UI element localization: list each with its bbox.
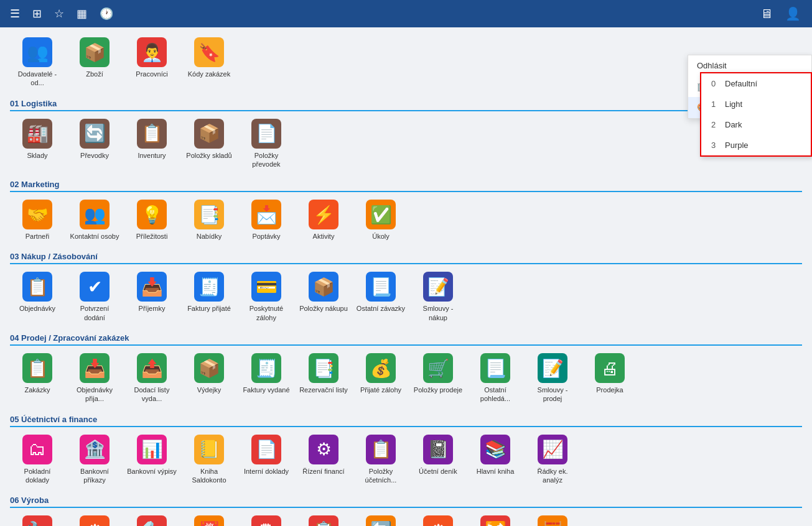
tile-logistika-3[interactable]: 📦Položky skladů xyxy=(182,115,236,173)
tile-prodej-7[interactable]: 🛒Položky prodeje xyxy=(411,349,465,407)
table-icon[interactable]: ▦ xyxy=(73,4,91,23)
user-icon[interactable]: 👤 xyxy=(780,4,806,24)
tile-prodej-10[interactable]: 🖨Prodejka xyxy=(582,349,637,407)
tile-logistika-4[interactable]: 📄Položky převodek xyxy=(239,115,294,173)
tile-label-logistika-4: Položky převodek xyxy=(241,151,291,169)
tile-logistika-1[interactable]: 🔄Převodky xyxy=(67,115,122,173)
tile-vyroba-2[interactable]: 🔩Zdroje xyxy=(124,512,179,526)
tile-marketing-6[interactable]: ✅Úkoly xyxy=(353,196,408,244)
tile-marketing-3[interactable]: 📑Nabídky xyxy=(182,196,236,244)
tile-ucetnictvi-7[interactable]: 📓Účetní deník xyxy=(411,431,465,489)
styles-submenu: 0 Defaultní 1 Light 2 Dark 3 Purple xyxy=(700,72,812,157)
tile-vyroba-3[interactable]: 📅Kalendáře xyxy=(182,512,236,526)
topbar-nav-icons: ☰ ⊞ ☆ ▦ 🕐 xyxy=(6,4,117,23)
tile-icon-ucetnictvi-6: 📋 xyxy=(366,435,396,464)
tile-label-logistika-3: Položky skladů xyxy=(186,151,231,160)
tile-top-2[interactable]: 👨‍💼Pracovníci xyxy=(124,34,179,91)
tile-prodej-1[interactable]: 📥Objednávky přija... xyxy=(67,349,122,407)
tile-vyroba-7[interactable]: ⚙Výroba po druzích xyxy=(411,512,465,526)
style-purple[interactable]: 3 Purple xyxy=(701,135,811,155)
tiles-row-prodej: 📋Zakázky📥Objednávky přija...📤Dodací list… xyxy=(10,349,802,407)
tile-prodej-5[interactable]: 📑Rezervační listy xyxy=(296,349,351,407)
tile-icon-prodej-7: 🛒 xyxy=(423,353,453,383)
tile-vyroba-9[interactable]: 🧮Kalkulace xyxy=(525,512,580,526)
tile-label-marketing-0: Partneři xyxy=(26,232,50,241)
tile-prodej-4[interactable]: 🧾Faktury vydané xyxy=(239,349,294,407)
tile-ucetnictvi-0[interactable]: 🗂Pokladní doklady xyxy=(10,431,65,489)
tile-nakup-0[interactable]: 📋Objednávky xyxy=(10,268,65,326)
tile-vyroba-0[interactable]: 🔧Variantní TP xyxy=(10,512,65,526)
tile-prodej-3[interactable]: 📦Výdejky xyxy=(182,349,236,407)
tile-prodej-9[interactable]: 📝Smlouvy - prodej xyxy=(525,349,580,407)
tile-top-0[interactable]: 👥Dodavatelé - od... xyxy=(10,34,65,91)
tile-ucetnictvi-2[interactable]: 📊Bankovní výpisy xyxy=(124,431,179,489)
tile-icon-prodej-4: 🧾 xyxy=(251,353,281,383)
tile-top-3[interactable]: 🔖Kódy zakázek xyxy=(182,34,236,91)
style-default[interactable]: 0 Defaultní xyxy=(701,73,811,94)
tile-label-nakup-6: Ostatní závazky xyxy=(357,304,405,313)
tile-marketing-5[interactable]: ⚡Aktivity xyxy=(296,196,351,244)
tile-label-nakup-1: Potvrzení dodání xyxy=(70,304,119,322)
tile-nakup-5[interactable]: 📦Položky nákupu xyxy=(296,268,351,326)
grid-icon[interactable]: ⊞ xyxy=(29,4,45,23)
clock-icon[interactable]: 🕐 xyxy=(96,4,117,23)
tile-vyroba-5[interactable]: 📋Výrobní příkazy xyxy=(296,512,351,526)
tile-marketing-4[interactable]: 📩Poptávky xyxy=(239,196,294,244)
tile-icon-ucetnictvi-5: ⚙ xyxy=(309,435,338,464)
tile-marketing-1[interactable]: 👥Kontaktní osoby xyxy=(67,196,122,244)
tile-ucetnictvi-8[interactable]: 📚Hlavní kniha xyxy=(468,431,523,489)
tile-icon-vyroba-9: 🧮 xyxy=(538,515,567,526)
section-title-ucetnictvi: 05 Účetnictví a finance xyxy=(10,412,802,427)
tile-nakup-3[interactable]: 🧾Faktury přijaté xyxy=(182,268,236,326)
tile-icon-prodej-2: 📤 xyxy=(137,353,167,383)
tile-vyroba-6[interactable]: 🔄Položky výroby xyxy=(353,512,408,526)
tile-vyroba-1[interactable]: ⚙Operace xyxy=(67,512,122,526)
tile-label-marketing-6: Úkoly xyxy=(372,232,390,241)
tile-vyroba-4[interactable]: 🗒Průvodky xyxy=(239,512,294,526)
tile-top-1[interactable]: 📦Zboží xyxy=(67,34,122,91)
tile-icon-nakup-7: 📝 xyxy=(423,272,453,302)
style-dark[interactable]: 2 Dark xyxy=(701,114,811,135)
tile-logistika-0[interactable]: 🏭Sklady xyxy=(10,115,65,173)
tile-icon-vyroba-3: 📅 xyxy=(194,515,224,526)
tile-prodej-0[interactable]: 📋Zakázky xyxy=(10,349,65,407)
monitor-icon[interactable]: 🖥 xyxy=(755,4,778,24)
tile-icon-logistika-4: 📄 xyxy=(251,119,281,149)
tiles-row-ucetnictvi: 🗂Pokladní doklady🏦Bankovní příkazy📊Banko… xyxy=(10,431,802,489)
tile-ucetnictvi-5[interactable]: ⚙Řízení financí xyxy=(296,431,351,489)
tile-label-ucetnictvi-5: Řízení financí xyxy=(302,467,344,476)
tile-icon-logistika-2: 📋 xyxy=(137,119,167,149)
tile-label-prodej-7: Položky prodeje xyxy=(414,385,462,394)
tile-ucetnictvi-6[interactable]: 📋Položky účetních... xyxy=(353,431,408,489)
tile-label-prodej-1: Objednávky přija... xyxy=(70,385,119,404)
tile-icon-vyroba-2: 🔩 xyxy=(137,515,167,526)
tile-nakup-1[interactable]: ✔Potvrzení dodání xyxy=(67,268,122,326)
tile-logistika-2[interactable]: 📋Inventury xyxy=(124,115,179,173)
tile-nakup-2[interactable]: 📥Příjemky xyxy=(124,268,179,326)
tile-ucetnictvi-4[interactable]: 📄Interní doklady xyxy=(239,431,294,489)
tile-ucetnictvi-3[interactable]: 📒Kniha Saldokonto xyxy=(182,431,236,489)
tile-label-prodej-4: Faktury vydané xyxy=(243,385,289,394)
tile-ucetnictvi-1[interactable]: 🏦Bankovní příkazy xyxy=(67,431,122,489)
tile-nakup-7[interactable]: 📝Smlouvy - nákup xyxy=(411,268,465,326)
tile-vyroba-8[interactable]: 🔀Operace průvodek xyxy=(468,512,523,526)
style-light[interactable]: 1 Light xyxy=(701,94,811,114)
section-title-prodej: 04 Prodej / Zpracování zakázek xyxy=(10,331,802,346)
tile-nakup-4[interactable]: 💳Poskytnuté zálohy xyxy=(239,268,294,326)
tile-ucetnictvi-9[interactable]: 📈Řádky ek. analýz xyxy=(525,431,580,489)
style-default-label: Defaultní xyxy=(725,79,757,88)
tile-prodej-8[interactable]: 📃Ostatní pohledá... xyxy=(468,349,523,407)
tile-icon-ucetnictvi-0: 🗂 xyxy=(22,435,52,464)
tile-label-prodej-3: Výdejky xyxy=(197,385,222,394)
tile-prodej-2[interactable]: 📤Dodací listy vyda... xyxy=(124,349,179,407)
tile-icon-prodej-5: 📑 xyxy=(309,353,338,383)
tile-prodej-6[interactable]: 💰Přijaté zálohy xyxy=(353,349,408,407)
menu-icon[interactable]: ☰ xyxy=(6,4,24,23)
tile-label-ucetnictvi-2: Bankovní výpisy xyxy=(127,467,176,476)
tile-marketing-2[interactable]: 💡Příležitosti xyxy=(124,196,179,244)
tile-marketing-0[interactable]: 🤝Partneři xyxy=(10,196,65,244)
tile-nakup-6[interactable]: 📃Ostatní závazky xyxy=(353,268,408,326)
tile-label-ucetnictvi-7: Účetní deník xyxy=(419,467,457,476)
style-light-num: 1 xyxy=(711,99,719,109)
star-icon[interactable]: ☆ xyxy=(50,4,68,23)
